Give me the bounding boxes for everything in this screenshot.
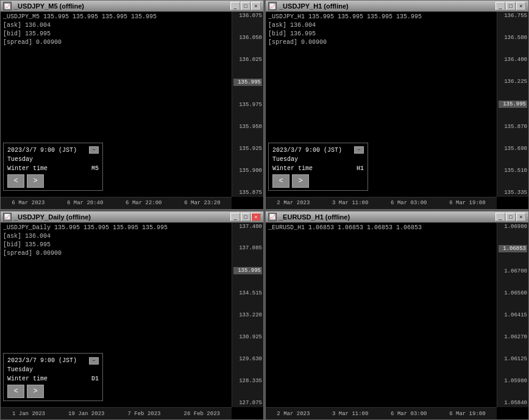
tooltip-tf-h1: H1 [357,164,364,173]
price-scale-eurusd: 1.06980 1.06853 1.06700 1.06560 1.06415 … [497,222,528,408]
chart-area-m5: _USDJPY_M5 135.995 135.995 135.995 135.9… [1,12,263,209]
tooltip-daily: 2023/3/7 9:00 (JST) − Tuesday Winter tim… [3,353,103,401]
tooltip-day-m5: Tuesday [7,155,99,164]
ask-daily: [ask] 136.004 [3,232,168,241]
chart-info-eurusd: _EURUSD_H1 1.06853 1.06853 1.06853 1.068… [268,224,422,232]
price-scale-daily: 137.400 137.085 135.995 134.515 133.220 … [232,222,263,408]
title-bar-m5: 📈 _USDJPY_M5 (offline) _ □ × [1,1,263,12]
tooltip-minimize-daily[interactable]: − [89,357,99,365]
close-btn-eurusd[interactable]: × [516,213,526,221]
minimize-btn-eurusd[interactable]: _ [495,213,505,221]
tooltip-season-h1: Winter time [272,164,313,173]
chart-info-m5: _USDJPY_M5 135.995 135.995 135.995 135.9… [3,13,157,47]
time-scale-h1: 2 Mar 2023 3 Mar 11:00 6 Mar 03:00 6 Mar… [266,197,497,209]
title-buttons-eurusd: _ □ × [495,213,526,221]
minimize-btn-m5[interactable]: _ [230,2,240,10]
chart-title-h1: _USDJPY_H1 (offline) [279,2,349,10]
restore-btn-eurusd[interactable]: □ [506,213,516,221]
spread-h1: [spread] 0.00900 [268,38,422,47]
pair-info-h1: _USDJPY_H1 135.995 135.995 135.995 135.9… [268,13,422,21]
close-btn-m5[interactable]: × [251,2,261,10]
pair-info-eurusd: _EURUSD_H1 1.06853 1.06853 1.06853 1.068… [268,224,422,232]
close-btn-h1[interactable]: × [516,2,526,10]
title-buttons-h1: _ □ × [495,2,526,10]
restore-btn-daily[interactable]: □ [241,213,250,221]
spread-m5: [spread] 0.00900 [3,38,157,47]
chart-window-daily: 📈 _USDJPY_Daily (offline) _ □ × _USDJPY_… [0,211,264,421]
bid-daily: [bid] 135.995 [3,241,168,249]
title-bar-daily: 📈 _USDJPY_Daily (offline) _ □ × [1,212,263,222]
tooltip-minimize-h1[interactable]: − [354,146,364,154]
title-buttons-daily: _ □ × [230,213,261,221]
chart-info-daily: _USDJPY_Daily 135.995 135.995 135.995 13… [3,224,168,258]
tooltip-day-daily: Tuesday [7,365,99,374]
chart-window-eurusd: 📈 _EURUSD_H1 (offline) _ □ × _EURUSD_H1 … [265,211,529,421]
title-bar-eurusd: 📈 _EURUSD_H1 (offline) _ □ × [266,212,528,222]
chart-window-m5: 📈 _USDJPY_M5 (offline) _ □ × _USDJPY_M5 … [0,0,264,210]
minimize-btn-daily[interactable]: _ [230,213,240,221]
ask-h1: [ask] 136.004 [268,21,422,30]
tooltip-tf-daily: D1 [91,374,99,383]
chart-info-h1: _USDJPY_H1 135.995 135.995 135.995 135.9… [268,13,422,47]
tooltip-date-h1: 2023/3/7 9:00 (JST) [272,146,342,155]
price-scale-h1: 136.755 136.580 136.400 136.225 135.995 … [497,12,528,197]
chart-title-eurusd: _EURUSD_H1 (offline) [279,213,350,221]
spread-daily: [spread] 0.00900 [3,249,168,258]
tooltip-season-daily: Winter time [7,374,48,383]
pair-info-m5: _USDJPY_M5 135.995 135.995 135.995 135.9… [3,13,157,21]
tooltip-day-h1: Tuesday [272,155,364,164]
title-bar-h1: 📈 _USDJPY_H1 (offline) _ □ × [266,1,528,12]
chart-title-m5: _USDJPY_M5 (offline) [14,2,84,10]
candlestick-canvas-eurusd [266,222,497,408]
chart-icon-eurusd: 📈 [268,213,277,221]
chart-area-h1: _USDJPY_H1 135.995 135.995 135.995 135.9… [266,12,528,209]
bid-m5: [bid] 135.995 [3,30,157,38]
tooltip-date-daily: 2023/3/7 9:00 (JST) [7,356,77,365]
tooltip-h1: 2023/3/7 9:00 (JST) − Tuesday Winter tim… [268,143,368,191]
title-buttons-m5: _ □ × [230,2,261,10]
chart-area-daily: _USDJPY_Daily 135.995 135.995 135.995 13… [1,222,263,420]
pair-info-daily: _USDJPY_Daily 135.995 135.995 135.995 13… [3,224,168,232]
tooltip-tf-m5: M5 [91,164,99,173]
chart-title-daily: _USDJPY_Daily (offline) [14,213,91,221]
tooltip-m5: 2023/3/7 9:00 (JST) − Tuesday Winter tim… [3,143,103,191]
prev-btn-m5[interactable]: < [7,174,24,188]
chart-icon-m5: 📈 [3,2,12,10]
tooltip-minimize-m5[interactable]: − [89,146,99,154]
next-btn-daily[interactable]: > [27,385,44,398]
price-scale-m5: 136.075 136.050 136.025 135.995 135.975 … [232,12,263,197]
ask-m5: [ask] 136.004 [3,21,157,30]
chart-icon-h1: 📈 [268,2,277,10]
prev-btn-daily[interactable]: < [7,385,24,398]
next-btn-h1[interactable]: > [292,174,309,188]
time-scale-eurusd: 2 Mar 2023 3 Mar 11:00 6 Mar 03:00 6 Mar… [266,407,497,419]
minimize-btn-h1[interactable]: _ [495,2,505,10]
chart-area-eurusd: _EURUSD_H1 1.06853 1.06853 1.06853 1.068… [266,222,528,420]
close-btn-daily[interactable]: × [251,213,261,221]
bid-h1: [bid] 136.995 [268,30,422,38]
tooltip-season-m5: Winter time [7,164,48,173]
tooltip-date-m5: 2023/3/7 9:00 (JST) [7,146,77,155]
chart-window-h1: 📈 _USDJPY_H1 (offline) _ □ × _USDJPY_H1 … [265,0,529,210]
prev-btn-h1[interactable]: < [272,174,289,188]
chart-icon-daily: 📈 [3,213,12,221]
chart-grid: 📈 _USDJPY_M5 (offline) _ □ × _USDJPY_M5 … [0,0,529,420]
time-scale-daily: 1 Jan 2023 19 Jan 2023 7 Feb 2023 26 Feb… [1,407,232,419]
restore-btn-m5[interactable]: □ [241,2,250,10]
restore-btn-h1[interactable]: □ [506,2,516,10]
time-scale-m5: 6 Mar 2023 6 Mar 20:40 6 Mar 22:00 6 Mar… [1,197,232,209]
next-btn-m5[interactable]: > [27,174,44,188]
